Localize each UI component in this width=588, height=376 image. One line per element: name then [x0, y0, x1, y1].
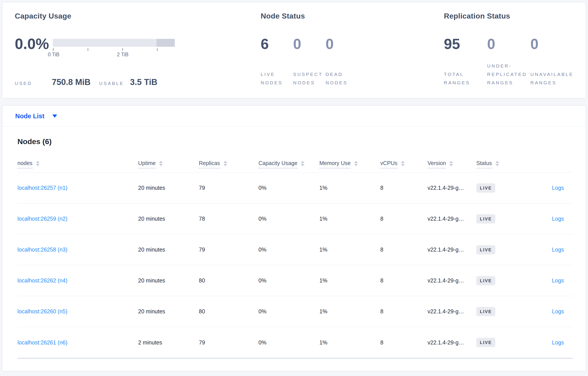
column-header-label[interactable]: Replicas [199, 160, 220, 168]
capacity-bar: 0 TiB 2 TiB [53, 39, 175, 58]
capacity-axis-labels: 0 TiB 2 TiB [53, 51, 175, 58]
stat-item: 0 UNDER-REPLICATED RANGES [487, 37, 530, 87]
capacity-usage-cell: 0% [258, 308, 319, 315]
column-header[interactable]: Version [428, 160, 476, 168]
usable-value: 3.5 TiB [130, 77, 157, 87]
table-row: localhost:26258 (n3) 20 minutes 79 0% 1%… [17, 234, 573, 265]
capacity-used-usable-row: USED 750.8 MiB USABLE 3.5 TiB [15, 77, 261, 87]
uptime-cell: 20 minutes [138, 185, 199, 191]
view-selector-label[interactable]: Node List [15, 113, 44, 120]
axis-tick [88, 48, 88, 51]
column-header[interactable]: vCPUs [380, 160, 428, 168]
memory-use-cell: 1% [319, 216, 380, 222]
usable-label: USABLE [99, 81, 130, 86]
capacity-bar-track [53, 39, 175, 47]
logs-link[interactable]: Logs [552, 216, 564, 222]
stat-value: 6 [261, 37, 293, 51]
chevron-down-icon [52, 115, 57, 118]
replicas-cell: 80 [199, 308, 258, 315]
column-header[interactable]: nodes [17, 160, 138, 168]
status-badge: LIVE [476, 214, 495, 224]
capacity-usage-title: Capacity Usage [15, 12, 261, 20]
column-header[interactable]: Status [476, 160, 514, 168]
memory-use-cell: 1% [319, 246, 380, 253]
nodes-panel: Nodes (6) nodes [2, 127, 586, 371]
column-header[interactable]: Uptime [138, 160, 199, 168]
vcpus-cell: 8 [380, 308, 428, 315]
uptime-cell: 2 minutes [138, 339, 199, 346]
stat-item: 0 UNAVAILABLE RANGES [530, 37, 574, 87]
axis-tick [157, 48, 158, 51]
node-address-link[interactable]: localhost:26262 (n4) [17, 277, 68, 283]
table-row: localhost:26257 (n1) 20 minutes 79 0% 1%… [17, 173, 573, 203]
node-address-link[interactable]: localhost:26259 (n2) [17, 216, 68, 222]
view-selector-dropdown[interactable]: Node List [2, 106, 586, 127]
column-header-label[interactable]: Memory Use [319, 160, 351, 168]
uptime-cell: 20 minutes [138, 216, 199, 222]
logs-link[interactable]: Logs [552, 277, 564, 283]
version-cell: v22.1.4-29-g… [428, 185, 476, 191]
table-row: localhost:26260 (n5) 20 minutes 80 0% 1%… [17, 296, 573, 327]
nodes-table-header: nodes Uptime [17, 160, 573, 173]
capacity-usage-cell: 0% [258, 185, 319, 191]
uptime-cell: 20 minutes [138, 246, 199, 253]
sort-icon [401, 161, 405, 166]
column-header-label[interactable]: Version [428, 160, 446, 168]
logs-link[interactable]: Logs [552, 185, 564, 191]
stat-label: LIVE NODES [261, 70, 293, 87]
stat-label: UNAVAILABLE RANGES [530, 70, 574, 87]
stat-label: UNDER-REPLICATED RANGES [487, 62, 530, 87]
table-row: localhost:26261 (n6) 2 minutes 79 0% 1% … [17, 327, 573, 358]
table-row: localhost:26262 (n4) 20 minutes 80 0% 1%… [17, 265, 573, 296]
stat-value: 0 [326, 37, 358, 51]
column-header-label[interactable]: nodes [17, 160, 32, 168]
nodes-table: nodes Uptime [17, 160, 573, 359]
sort-icon [36, 161, 40, 166]
node-list-card: Node List Nodes (6) nodes [2, 105, 586, 371]
status-badge: LIVE [476, 338, 495, 347]
stat-value: 0 [530, 37, 574, 51]
version-cell: v22.1.4-29-g… [428, 308, 476, 315]
uptime-cell: 20 minutes [138, 308, 199, 315]
replicas-cell: 79 [199, 246, 258, 253]
replication-status-section: Replication Status 95 TOTAL RANGES 0 UND… [444, 12, 586, 87]
uptime-cell: 20 minutes [138, 277, 199, 284]
sort-icon [224, 161, 227, 166]
sort-icon [354, 161, 358, 166]
memory-use-cell: 1% [319, 277, 380, 284]
sort-icon [449, 161, 453, 166]
status-badge: LIVE [476, 245, 495, 254]
node-status-section: Node Status 6 LIVE NODES 0 SUSPECT NODES… [261, 12, 444, 87]
column-header[interactable]: Memory Use [319, 160, 380, 168]
memory-use-cell: 1% [319, 339, 380, 346]
version-cell: v22.1.4-29-g… [428, 246, 476, 253]
stat-value: 0 [487, 37, 530, 51]
column-header[interactable]: Replicas [199, 160, 258, 168]
vcpus-cell: 8 [380, 246, 428, 253]
status-badge: LIVE [476, 183, 495, 193]
column-header-label[interactable]: Status [476, 160, 492, 168]
logs-link[interactable]: Logs [552, 308, 564, 314]
node-address-link[interactable]: localhost:26261 (n6) [17, 339, 68, 345]
column-header-label[interactable]: vCPUs [380, 160, 398, 168]
replicas-cell: 78 [199, 216, 258, 222]
version-cell: v22.1.4-29-g… [428, 277, 476, 284]
logs-link[interactable]: Logs [552, 246, 564, 253]
table-row: localhost:26259 (n2) 20 minutes 78 0% 1%… [17, 203, 573, 234]
logs-link[interactable]: Logs [552, 339, 564, 345]
column-header-label[interactable]: Capacity Usage [258, 160, 297, 168]
cluster-summary-card: Capacity Usage 0.0% 0 TiB 2 TiB [2, 2, 586, 98]
column-header[interactable]: Capacity Usage [258, 160, 319, 168]
node-address-link[interactable]: localhost:26258 (n3) [17, 246, 68, 253]
node-status-stats: 6 LIVE NODES 0 SUSPECT NODES 0 DEAD NODE… [261, 37, 444, 87]
node-address-link[interactable]: localhost:26257 (n1) [17, 185, 68, 191]
status-badge: LIVE [476, 276, 495, 285]
stat-value: 0 [293, 37, 326, 51]
node-address-link[interactable]: localhost:26260 (n5) [17, 308, 68, 314]
used-label: USED [15, 81, 52, 86]
column-header-label[interactable]: Uptime [138, 160, 156, 168]
stat-label: TOTAL RANGES [444, 70, 487, 87]
sort-icon [159, 161, 163, 166]
replicas-cell: 80 [199, 277, 258, 284]
capacity-axis-ticks [53, 47, 175, 51]
